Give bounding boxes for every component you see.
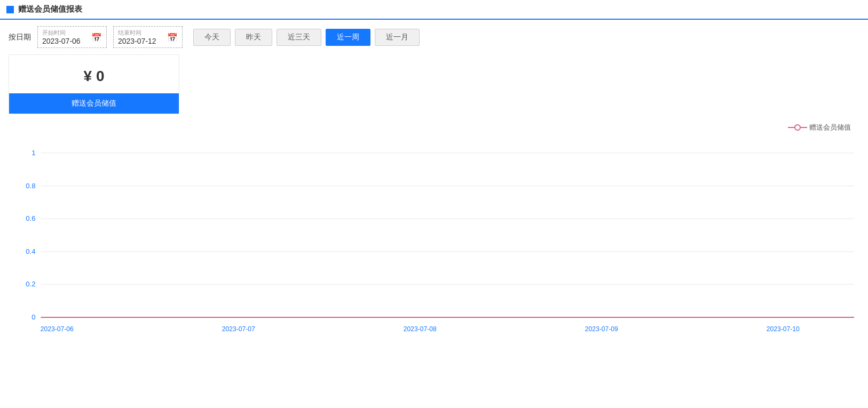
stat-card-body: ¥ 0 bbox=[9, 55, 179, 93]
legend-label: 赠送会员储值 bbox=[809, 123, 851, 132]
stat-card: ¥ 0 赠送会员储值 bbox=[9, 54, 179, 114]
filter-buttons: 今天 昨天 近三天 近一周 近一月 bbox=[193, 29, 420, 46]
svg-text:0: 0 bbox=[31, 313, 35, 321]
svg-text:2023-07-10: 2023-07-10 bbox=[767, 325, 800, 332]
page-title: 赠送会员储值报表 bbox=[18, 4, 82, 14]
btn-3days[interactable]: 近三天 bbox=[277, 29, 321, 46]
toolbar: 按日期 开始时间 2023-07-06 📅 结束时间 2023-07-12 📅 … bbox=[0, 20, 868, 54]
svg-text:2023-07-06: 2023-07-06 bbox=[41, 325, 74, 332]
legend-item: 赠送会员储值 bbox=[788, 123, 851, 132]
end-date-value: 2023-07-12 bbox=[118, 37, 156, 45]
date-label: 按日期 bbox=[9, 33, 31, 42]
svg-text:1: 1 bbox=[31, 149, 35, 157]
svg-point-1 bbox=[795, 125, 800, 130]
title-icon bbox=[6, 6, 14, 13]
chart-area: 赠送会员储值 1 0.8 0.6 0.4 bbox=[9, 123, 859, 347]
legend-line-icon bbox=[788, 124, 807, 131]
chart-container: 1 0.8 0.6 0.4 0.2 0 bbox=[9, 137, 859, 339]
calendar-icon-end: 📅 bbox=[167, 32, 178, 42]
start-date-label: 开始时间 bbox=[42, 29, 89, 37]
stat-card-footer[interactable]: 赠送会员储值 bbox=[9, 93, 179, 114]
btn-today[interactable]: 今天 bbox=[193, 29, 231, 46]
end-date-label: 结束时间 bbox=[118, 29, 165, 37]
stat-value: ¥ 0 bbox=[18, 68, 170, 85]
chart-legend: 赠送会员储值 bbox=[9, 123, 859, 132]
start-date-input[interactable]: 开始时间 2023-07-06 📅 bbox=[37, 26, 107, 48]
svg-text:0.6: 0.6 bbox=[26, 214, 35, 222]
chart-svg: 1 0.8 0.6 0.4 0.2 0 bbox=[9, 137, 859, 339]
btn-yesterday[interactable]: 昨天 bbox=[235, 29, 272, 46]
calendar-icon-start: 📅 bbox=[91, 32, 102, 42]
svg-text:0.4: 0.4 bbox=[26, 247, 35, 255]
btn-1week[interactable]: 近一周 bbox=[326, 29, 370, 46]
content-area: ¥ 0 赠送会员储值 赠送会员储值 1 bbox=[0, 54, 868, 355]
end-date-input[interactable]: 结束时间 2023-07-12 📅 bbox=[113, 26, 183, 48]
svg-text:0.8: 0.8 bbox=[26, 181, 35, 189]
svg-text:2023-07-08: 2023-07-08 bbox=[404, 325, 437, 332]
svg-text:2023-07-07: 2023-07-07 bbox=[222, 325, 255, 332]
svg-text:0.2: 0.2 bbox=[26, 280, 35, 288]
title-bar: 赠送会员储值报表 bbox=[0, 0, 868, 20]
start-date-value: 2023-07-06 bbox=[42, 37, 81, 45]
svg-text:2023-07-09: 2023-07-09 bbox=[585, 325, 618, 332]
btn-1month[interactable]: 近一月 bbox=[375, 29, 420, 46]
